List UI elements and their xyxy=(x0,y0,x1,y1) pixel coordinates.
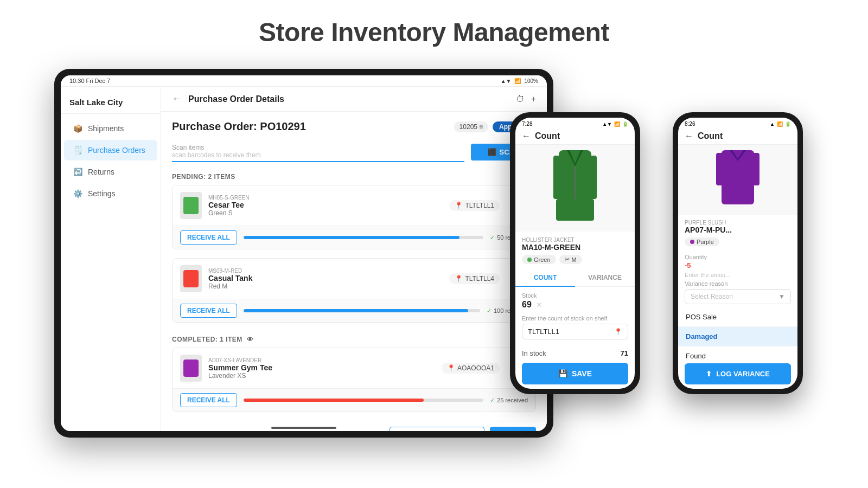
history-icon[interactable]: ⏱ xyxy=(516,94,525,104)
item-row-2: AD07-XS-LAVENDER Summer Gym Tee Lavender… xyxy=(173,348,535,388)
item-image-2 xyxy=(180,355,202,382)
tag-green: Green xyxy=(522,255,556,264)
sidebar-store-name: Salt Lake City xyxy=(61,91,161,114)
item-card-1: MS09-M-RED Casual Tank Red M 📍 TLTLTLL4 … xyxy=(172,258,536,323)
progress-fill-2 xyxy=(244,399,424,402)
item-info-0: MH05-S-GREEN Cesar Tee Green S xyxy=(208,195,443,217)
phone-right-product-image xyxy=(678,145,797,215)
copy-icon[interactable]: ⎘ xyxy=(480,124,483,130)
po-number-badge: 10205 ⎘ xyxy=(454,121,488,132)
phone-left-time: 7:28 xyxy=(522,121,532,127)
item-name-2: Summer Gym Tee xyxy=(208,363,435,372)
save-icon: 💾 xyxy=(558,369,567,378)
phone-right-product-type: PURPLE SLUSH xyxy=(685,220,791,226)
phone-right-product-tags: Purple xyxy=(685,237,791,246)
scan-input-area: Scan items scan barcodes to receive them xyxy=(172,142,464,162)
svg-rect-7 xyxy=(716,153,726,185)
receive-all-button-2[interactable]: RECEIVE ALL xyxy=(180,393,237,407)
variance-reason-label: Variance reason xyxy=(685,280,791,287)
receive-all-button-1[interactable]: RECEIVE ALL xyxy=(180,304,237,318)
phone-count: 7:28 ▲▼ 📶 🔋 ← Count xyxy=(510,112,640,394)
tab-variance[interactable]: VARIANCE xyxy=(575,269,635,286)
phone-left-header: ← Count xyxy=(515,128,635,145)
phone-right-title: Count xyxy=(698,131,723,141)
instock-value: 71 xyxy=(621,349,628,357)
sidebar-item-returns-label: Returns xyxy=(88,168,114,176)
pending-section-header: PENDING: 2 ITEMS xyxy=(161,169,547,185)
item-variant-0: Green S xyxy=(208,209,443,217)
sidebar-item-settings-label: Settings xyxy=(88,189,116,198)
log-variance-button[interactable]: ⬆ LOG VARIANCE xyxy=(685,363,791,384)
stock-label: Stock xyxy=(522,292,628,299)
dropdown-item-found[interactable]: Found xyxy=(678,346,797,359)
item-image-1 xyxy=(180,265,202,292)
item-sku-0: MH05-S-GREEN xyxy=(208,195,443,201)
back-button[interactable]: ← xyxy=(172,93,182,105)
sidebar-item-shipments[interactable]: 📦 Shipments xyxy=(64,118,157,139)
phone-variance-screen: 8:26 ▲ 📶 🔋 ← Count xyxy=(678,118,797,389)
sidebar-item-purchase-orders[interactable]: 🗒️ Purchase Orders xyxy=(64,140,157,160)
po-title: Purchase Order: PO10291 xyxy=(172,120,306,133)
content-header: ← Purchase Order Details ⏱ + xyxy=(161,87,547,112)
page-title: Store Inventory Management xyxy=(259,17,609,47)
eye-icon[interactable]: 👁 xyxy=(247,336,254,343)
receive-all-button-0[interactable]: RECEIVE ALL xyxy=(180,230,237,245)
instock-row: In stock 71 xyxy=(522,345,628,358)
receive-and-close-button[interactable]: RECEIVE AND CLOSE xyxy=(390,427,484,431)
phone-left-battery-icon: 🔋 xyxy=(622,121,628,127)
scan-icon: ⬛ xyxy=(488,148,496,156)
phone-left-product-name: MA10-M-GREEN xyxy=(522,243,628,252)
main-content: ← Purchase Order Details ⏱ + Purchase Or… xyxy=(161,87,547,431)
location-pin-icon: 📍 xyxy=(455,202,463,209)
dropdown-item-damaged[interactable]: Damaged xyxy=(678,327,797,346)
phone-left-product-image xyxy=(515,145,635,232)
sidebar-item-po-label: Purchase Orders xyxy=(88,146,145,155)
item-variant-1: Red M xyxy=(208,282,443,290)
sidebar-item-shipments-label: Shipments xyxy=(88,124,124,133)
phone-variance: 8:26 ▲ 📶 🔋 ← Count xyxy=(673,112,803,394)
enter-count-hint: Enter the count of stock on shelf xyxy=(522,315,628,322)
tag-m: ✂ M xyxy=(559,255,582,264)
item-card-2: AD07-XS-LAVENDER Summer Gym Tee Lavender… xyxy=(172,348,536,412)
variance-dropdown-list: POS Sale Damaged Found Integration Adjus… xyxy=(678,307,797,359)
completed-section-header: COMPLETED: 1 ITEM 👁 xyxy=(161,331,547,348)
stock-value: 69 xyxy=(522,300,532,310)
phone-right-wifi-icon: 📶 xyxy=(777,121,783,127)
tablet-statusbar: 10:30 Fri Dec 7 ▲▼ 📶 100% xyxy=(61,75,547,87)
item-info-1: MS09-M-RED Casual Tank Red M xyxy=(208,268,443,290)
phone-right-time: 8:26 xyxy=(685,121,695,127)
scene: 10:30 Fri Dec 7 ▲▼ 📶 100% Salt Lake City… xyxy=(54,69,814,459)
enter-amount-hint: Enter the amou... xyxy=(685,272,791,278)
clear-stock-icon[interactable]: ✕ xyxy=(536,300,542,309)
phone-right-back-button[interactable]: ← xyxy=(685,131,693,141)
location-pin-icon-2: 📍 xyxy=(447,364,455,372)
battery-label: 100% xyxy=(524,78,538,84)
dropdown-item-pos-sale[interactable]: POS Sale xyxy=(678,307,797,327)
scan-bar: Scan items scan barcodes to receive them… xyxy=(172,142,536,162)
tablet-body: Salt Lake City 📦 Shipments 🗒️ Purchase O… xyxy=(61,87,547,431)
phone-left-back-button[interactable]: ← xyxy=(522,131,531,141)
variance-reason-select[interactable]: Select Reason ▼ xyxy=(685,289,791,304)
save-button[interactable]: 💾 SAVE xyxy=(522,363,628,384)
tab-count[interactable]: COUNT xyxy=(515,269,575,287)
phone-count-screen: 7:28 ▲▼ 📶 🔋 ← Count xyxy=(515,118,635,389)
phone-left-product-type: HOLLISTER JACKET xyxy=(522,237,628,243)
progress-fill-1 xyxy=(244,309,468,312)
receive-button[interactable]: RECE... xyxy=(490,427,536,431)
location-input-row[interactable]: TLTLTLL1 📍 xyxy=(522,324,628,339)
add-icon[interactable]: + xyxy=(531,94,536,104)
variance-reason-placeholder: Select Reason xyxy=(691,293,778,300)
item-card-0: MH05-S-GREEN Cesar Tee Green S 📍 TLTLTLL… xyxy=(172,185,536,249)
item-actions-1: RECEIVE ALL ✓ 100 received xyxy=(173,299,535,322)
phone-left-wifi-icon: 📶 xyxy=(614,121,620,127)
tablet-battery-area: ▲▼ 📶 100% xyxy=(501,78,538,84)
form-stock-row: Stock 69 ✕ xyxy=(522,292,628,310)
sidebar-item-returns[interactable]: ↩️ Returns xyxy=(64,162,157,182)
phone-left-signal-icon: ▲▼ xyxy=(602,121,612,127)
po-header: Purchase Order: PO10291 10205 ⎘ Approved xyxy=(161,112,547,142)
item-location-1: 📍 TLTLTLL4 xyxy=(449,273,500,284)
scan-placeholder-text: scan barcodes to receive them xyxy=(172,151,464,159)
sidebar-item-settings[interactable]: ⚙️ Settings xyxy=(64,183,157,204)
item-actions-2: RECEIVE ALL ✓ 25 received xyxy=(173,388,535,412)
upload-icon: ⬆ xyxy=(706,370,712,378)
